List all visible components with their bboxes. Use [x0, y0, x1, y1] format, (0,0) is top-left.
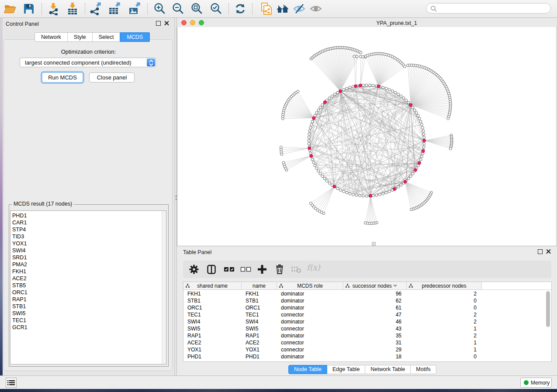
zoom-selected-icon[interactable] — [209, 2, 222, 15]
table-row[interactable]: PHD1PHD1dominator180 — [183, 353, 551, 360]
graph-ring-node[interactable] — [362, 84, 364, 86]
table-row[interactable]: FKH1FKH1dominator962 — [183, 290, 551, 297]
memory-button[interactable]: Memory — [520, 378, 552, 388]
table-row[interactable]: SWI4SWI4dominator462 — [183, 318, 551, 325]
graph-leaf-node[interactable] — [353, 55, 356, 58]
graph-ring-node[interactable] — [321, 175, 324, 178]
graph-ring-node[interactable] — [328, 182, 331, 184]
graph-hub-node[interactable] — [308, 147, 311, 150]
graph-ring-node[interactable] — [325, 179, 328, 182]
graph-hub-node[interactable] — [422, 150, 425, 153]
graph-ring-node[interactable] — [405, 99, 408, 102]
graph-ring-node[interactable] — [311, 120, 314, 123]
graph-hub-node[interactable] — [333, 185, 336, 188]
mcds-result-item[interactable]: PMA2 — [10, 261, 166, 268]
graph-ring-node[interactable] — [321, 103, 324, 106]
refresh-icon[interactable] — [234, 2, 247, 15]
graph-ring-node[interactable] — [372, 194, 374, 197]
network-view[interactable] — [177, 27, 556, 246]
graph-ring-node[interactable] — [391, 90, 394, 93]
close-panel-button[interactable]: Close panel — [89, 72, 135, 83]
graph-ring-node[interactable] — [385, 191, 387, 194]
graph-hub-node[interactable] — [377, 85, 380, 88]
export-network-icon[interactable] — [89, 2, 102, 15]
column-header-MCDS-role[interactable]: MCDS role — [277, 282, 343, 289]
tab-style[interactable]: Style — [68, 33, 93, 41]
graph-ring-node[interactable] — [382, 86, 384, 89]
graph-hub-node[interactable] — [359, 84, 362, 87]
export-image-icon[interactable] — [128, 2, 141, 15]
table-row[interactable]: STB1STB1dominator620 — [183, 297, 551, 304]
graph-ring-node[interactable] — [323, 177, 326, 180]
graph-ring-node[interactable] — [415, 112, 418, 114]
graph-ring-node[interactable] — [331, 95, 333, 97]
split-view-icon[interactable] — [207, 264, 216, 275]
graph-ring-node[interactable] — [309, 127, 312, 129]
graph-hub-node[interactable] — [414, 168, 417, 172]
graph-ring-node[interactable] — [372, 84, 374, 87]
graph-hub-node[interactable] — [354, 85, 357, 88]
graph-hub-node[interactable] — [312, 117, 315, 120]
table-row[interactable]: ACE2ACE2connector311 — [183, 339, 551, 346]
tab-network-table[interactable]: Network Table — [365, 365, 411, 374]
export-table-icon[interactable] — [108, 2, 121, 15]
optimization-dropdown[interactable]: largest connected component (undirected) — [20, 58, 156, 67]
graph-ring-node[interactable] — [339, 189, 342, 191]
mcds-result-item[interactable]: STB1 — [10, 303, 166, 310]
graph-ring-node[interactable] — [419, 120, 422, 123]
graph-ring-node[interactable] — [308, 133, 311, 135]
graph-ring-node[interactable] — [400, 184, 402, 186]
graph-ring-node[interactable] — [314, 164, 316, 167]
add-column-icon[interactable] — [257, 264, 267, 275]
graph-ring-node[interactable] — [308, 136, 310, 139]
mcds-result-item[interactable]: CAR1 — [10, 219, 166, 226]
save-icon[interactable] — [22, 2, 35, 15]
graph-ring-node[interactable] — [418, 117, 421, 120]
graph-ring-node[interactable] — [407, 177, 410, 180]
graph-ring-node[interactable] — [310, 124, 313, 126]
graph-hub-node[interactable] — [393, 188, 396, 191]
graph-ring-node[interactable] — [315, 167, 318, 170]
graph-ring-node[interactable] — [319, 106, 322, 109]
graph-ring-node[interactable] — [336, 187, 339, 190]
gear-icon[interactable] — [189, 264, 199, 275]
graph-ring-node[interactable] — [359, 194, 361, 197]
graph-ring-node[interactable] — [315, 112, 318, 114]
graph-ring-node[interactable] — [397, 186, 400, 188]
graph-ring-node[interactable] — [346, 87, 348, 90]
first-neighbors-icon[interactable] — [276, 2, 289, 15]
minimize-window-icon[interactable] — [190, 20, 195, 25]
table-row[interactable]: TEC1TEC1connector472 — [183, 311, 551, 318]
graph-ring-node[interactable] — [420, 155, 423, 158]
column-header-predecessor-nodes[interactable]: predecessor nodes — [407, 282, 482, 289]
duplicate-network-icon[interactable] — [260, 2, 273, 15]
graph-ring-node[interactable] — [409, 175, 412, 178]
hide-selected-icon[interactable] — [293, 2, 306, 15]
zoom-fit-icon[interactable] — [190, 2, 203, 15]
select-all-icon[interactable] — [224, 264, 235, 275]
run-mcds-button[interactable]: Run MCDS — [42, 72, 83, 83]
graph-ring-node[interactable] — [388, 88, 391, 91]
open-file-icon[interactable] — [3, 2, 17, 15]
graph-ring-node[interactable] — [407, 101, 410, 104]
table-row[interactable]: RAP1RAP1dominator352 — [183, 332, 551, 339]
zoom-out-icon[interactable] — [171, 2, 184, 15]
table-row[interactable]: YOX1YOX1connector291 — [183, 346, 551, 353]
show-all-icon[interactable] — [309, 2, 322, 15]
graph-ring-node[interactable] — [394, 91, 397, 94]
graph-ring-node[interactable] — [355, 194, 358, 196]
mcds-list-scrollbar[interactable] — [162, 211, 166, 364]
graph-ring-node[interactable] — [385, 87, 387, 90]
graph-hub-node[interactable] — [409, 103, 412, 107]
mcds-result-item[interactable]: ACE2 — [10, 275, 166, 282]
mcds-result-item[interactable]: YOX1 — [10, 240, 166, 247]
column-header-successor-nodes[interactable]: successor nodes — [343, 282, 407, 289]
import-table-icon[interactable] — [66, 2, 79, 15]
mcds-result-item[interactable]: SWI5 — [10, 310, 166, 317]
graph-hub-node[interactable] — [418, 162, 421, 165]
graph-ring-node[interactable] — [422, 130, 425, 132]
mcds-result-item[interactable]: STB5 — [10, 282, 166, 289]
graph-ring-node[interactable] — [378, 193, 381, 196]
graph-ring-node[interactable] — [402, 97, 405, 100]
delete-table-icon[interactable] — [291, 264, 301, 275]
